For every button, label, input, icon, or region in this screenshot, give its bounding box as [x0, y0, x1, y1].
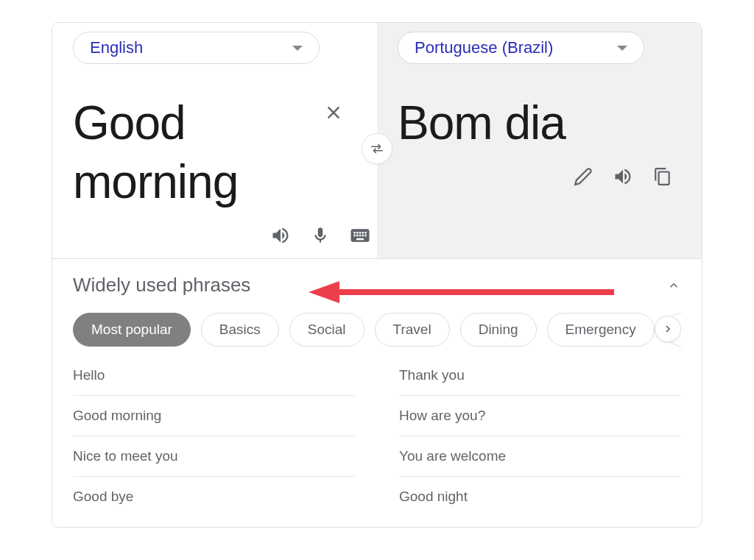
- source-text[interactable]: Good morning: [73, 93, 356, 211]
- keyboard-icon: [349, 224, 371, 247]
- target-pane: Portuguese (Brazil) Bom dia: [377, 23, 702, 258]
- target-text: Bom dia: [398, 93, 681, 152]
- pencil-icon: [574, 167, 593, 186]
- category-chip-dining[interactable]: Dining: [460, 313, 537, 347]
- category-chip-emergency[interactable]: Emergency: [547, 313, 655, 347]
- phrase-item[interactable]: Hello: [73, 367, 355, 396]
- microphone-button[interactable]: [309, 224, 331, 247]
- phrase-column-right: Thank you How are you? You are welcome G…: [399, 367, 681, 517]
- listen-target-button[interactable]: [612, 166, 634, 188]
- target-language-label: Portuguese (Brazil): [415, 38, 553, 57]
- chevron-right-icon: [662, 323, 674, 335]
- phrase-item[interactable]: How are you?: [399, 396, 681, 436]
- phrase-list: Hello Good morning Nice to meet you Good…: [73, 367, 681, 517]
- annotation-arrow: [309, 281, 618, 311]
- edit-button[interactable]: [572, 166, 594, 188]
- phrases-header: Widely used phrases: [73, 274, 681, 297]
- source-actions: [73, 224, 371, 247]
- category-chip-social[interactable]: Social: [289, 313, 364, 347]
- copy-button[interactable]: [652, 166, 674, 188]
- chevron-up-icon: [667, 279, 680, 292]
- svg-marker-3: [309, 281, 339, 303]
- copy-icon: [653, 167, 672, 186]
- translator-card: English Good morning: [52, 22, 702, 528]
- phrase-item[interactable]: You are welcome: [399, 436, 681, 477]
- phrase-item[interactable]: Thank you: [399, 367, 681, 396]
- keyboard-button[interactable]: [349, 224, 371, 247]
- category-chip-travel[interactable]: Travel: [375, 313, 450, 347]
- source-language-selector[interactable]: English: [73, 32, 320, 64]
- source-language-label: English: [90, 38, 143, 57]
- phrases-title: Widely used phrases: [73, 274, 250, 297]
- chevron-down-icon: [617, 46, 627, 51]
- microphone-icon: [311, 226, 330, 245]
- category-chips: Most popular Basics Social Travel Dining…: [73, 313, 681, 347]
- category-chip-most-popular[interactable]: Most popular: [73, 313, 191, 347]
- target-language-selector[interactable]: Portuguese (Brazil): [398, 32, 644, 64]
- clear-button[interactable]: [325, 104, 342, 124]
- speaker-icon: [613, 166, 633, 187]
- close-icon: [325, 104, 342, 121]
- phrase-item[interactable]: Nice to meet you: [73, 436, 355, 477]
- speaker-icon: [270, 225, 291, 246]
- collapse-button[interactable]: [666, 278, 681, 293]
- translation-panes: English Good morning: [52, 23, 702, 259]
- phrases-section: Widely used phrases Most popular Basics …: [52, 259, 702, 527]
- phrase-column-left: Hello Good morning Nice to meet you Good…: [73, 367, 355, 517]
- target-actions: [398, 166, 681, 188]
- listen-source-button[interactable]: [269, 224, 292, 247]
- swap-icon: [369, 141, 385, 157]
- phrase-item[interactable]: Good morning: [73, 396, 355, 436]
- category-chip-basics[interactable]: Basics: [201, 313, 279, 347]
- source-pane: English Good morning: [52, 23, 377, 258]
- phrase-item[interactable]: Good night: [399, 477, 681, 517]
- chevron-down-icon: [292, 46, 303, 51]
- swap-languages-button[interactable]: [362, 133, 392, 164]
- chip-scroll-right-button[interactable]: [655, 316, 681, 342]
- phrase-item[interactable]: Good bye: [73, 477, 355, 517]
